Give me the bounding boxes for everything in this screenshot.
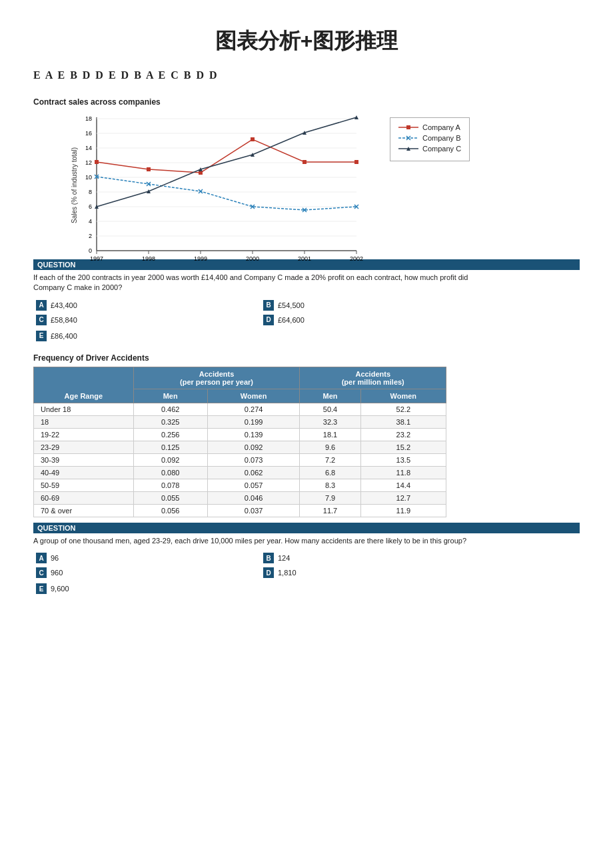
table-row: 60-69 0.055 0.046 7.9 12.7	[34, 491, 446, 504]
ppy-men-cell: 0.078	[133, 479, 207, 491]
col-ppy-women: Women	[207, 389, 300, 403]
option-d-value: £64,600	[278, 316, 305, 324]
age-cell: 18	[34, 415, 134, 428]
pmm-men-cell: 7.2	[300, 453, 360, 466]
pmm-women-cell: 23.2	[360, 428, 446, 441]
svg-text:16: 16	[85, 130, 92, 137]
ppy-women-cell: 0.199	[207, 415, 300, 428]
svg-text:6: 6	[89, 203, 92, 210]
svg-text:8: 8	[89, 189, 92, 195]
pmm-men-cell: 9.6	[300, 441, 360, 453]
svg-rect-37	[303, 160, 306, 164]
svg-rect-58	[406, 125, 410, 129]
col-pmm-men: Men	[300, 389, 360, 403]
q2-option-d: D 1,810	[261, 566, 486, 579]
q2-option-d-label: D	[263, 567, 274, 578]
table-row: Under 18 0.462 0.274 50.4 52.2	[34, 403, 446, 415]
page-title: 图表分析+图形推理	[33, 27, 580, 56]
pmm-men-cell: 7.9	[300, 491, 360, 504]
svg-rect-38	[354, 160, 358, 164]
q2-option-d-value: 1,810	[278, 569, 297, 577]
svg-text:2001: 2001	[298, 255, 311, 262]
pmm-women-cell: 11.8	[360, 466, 446, 479]
legend-b-label: Company B	[422, 134, 460, 142]
option-e: E £86,400	[33, 329, 486, 343]
q2-option-a-value: 96	[51, 554, 59, 562]
col-ppy-men: Men	[133, 389, 207, 403]
table-row: 23-29 0.125 0.092 9.6 15.2	[34, 441, 446, 453]
ppy-men-cell: 0.462	[133, 403, 207, 415]
ppy-women-cell: 0.139	[207, 428, 300, 441]
pmm-women-cell: 13.5	[360, 453, 446, 466]
pmm-women-cell: 11.9	[360, 504, 446, 517]
option-e-value: £86,400	[51, 332, 77, 340]
q2-option-b-label: B	[263, 553, 274, 563]
ppy-women-cell: 0.274	[207, 403, 300, 415]
chart2-options: A 96 B 124 C 960 D 1,810	[33, 551, 486, 579]
accidents-table: Age Range Accidents(per person per year)…	[33, 367, 446, 517]
svg-text:10: 10	[85, 174, 92, 181]
pmm-men-cell: 50.4	[300, 403, 360, 415]
svg-text:1998: 1998	[142, 255, 155, 262]
legend-company-a: Company A	[398, 123, 461, 131]
ppy-men-cell: 0.080	[133, 466, 207, 479]
pmm-women-cell: 12.7	[360, 491, 446, 504]
q2-option-e-value: 9,600	[51, 585, 69, 593]
chart2-question-text: A group of one thousand men, aged 23-29,…	[33, 536, 486, 546]
option-e-label: E	[36, 331, 47, 341]
chart1-title: Contract sales across companies	[33, 97, 580, 107]
svg-text:2000: 2000	[246, 255, 259, 262]
svg-rect-33	[95, 160, 99, 164]
legend-a-label: Company A	[422, 123, 460, 131]
option-d-label: D	[263, 315, 274, 325]
q2-option-b-value: 124	[278, 554, 290, 562]
age-cell: 30-39	[34, 453, 134, 466]
y-axis-label: Sales (% of industry total)	[71, 147, 78, 223]
option-b: B £54,500	[261, 299, 486, 312]
q2-option-c: C 960	[33, 566, 259, 579]
option-a-value: £43,400	[51, 301, 77, 309]
option-d: D £64,600	[261, 313, 486, 327]
q2-option-e-label: E	[36, 583, 47, 594]
svg-rect-36	[251, 137, 255, 141]
ppy-men-cell: 0.325	[133, 415, 207, 428]
ppy-men-cell: 0.055	[133, 491, 207, 504]
pmm-men-cell: 11.7	[300, 504, 360, 517]
chart1-section: Contract sales across companies Sales (%…	[33, 97, 580, 343]
pmm-women-cell: 14.4	[360, 479, 446, 491]
ppy-women-cell: 0.046	[207, 491, 300, 504]
ppy-women-cell: 0.062	[207, 466, 300, 479]
pmm-men-cell: 18.1	[300, 428, 360, 441]
ppy-women-cell: 0.037	[207, 504, 300, 517]
ppy-men-cell: 0.056	[133, 504, 207, 517]
age-cell: Under 18	[34, 403, 134, 415]
svg-rect-34	[147, 167, 151, 171]
chart2-title: Frequency of Driver Accidents	[33, 353, 580, 363]
option-b-label: B	[263, 300, 274, 311]
ppy-women-cell: 0.092	[207, 441, 300, 453]
chart1-legend: Company A Company B Company C	[390, 117, 470, 161]
table-row: 50-59 0.078 0.057 8.3 14.4	[34, 479, 446, 491]
chart2-question-label: QUESTION	[33, 523, 580, 533]
ppy-men-cell: 0.125	[133, 441, 207, 453]
q2-option-c-value: 960	[51, 569, 63, 577]
chart1-svg: 0 2 4 6 8 10 12 14 16 18	[70, 111, 376, 257]
col-pmm-header: Accidents(per million miles)	[300, 367, 446, 389]
table-row: 30-39 0.092 0.073 7.2 13.5	[34, 453, 446, 466]
age-cell: 40-49	[34, 466, 134, 479]
svg-text:2002: 2002	[350, 255, 363, 262]
svg-text:0: 0	[89, 247, 92, 254]
pmm-men-cell: 6.8	[300, 466, 360, 479]
pmm-men-cell: 8.3	[300, 479, 360, 491]
age-cell: 23-29	[34, 441, 134, 453]
option-c-value: £58,840	[51, 316, 77, 324]
svg-text:14: 14	[85, 145, 92, 151]
age-cell: 70 & over	[34, 504, 134, 517]
pmm-men-cell: 32.3	[300, 415, 360, 428]
q2-option-c-label: C	[36, 567, 47, 578]
legend-company-c: Company C	[398, 145, 461, 153]
answers-line: E A E B D D E D B A E C B D D	[33, 69, 580, 81]
pmm-women-cell: 52.2	[360, 403, 446, 415]
option-b-value: £54,500	[278, 301, 305, 309]
ppy-women-cell: 0.057	[207, 479, 300, 491]
